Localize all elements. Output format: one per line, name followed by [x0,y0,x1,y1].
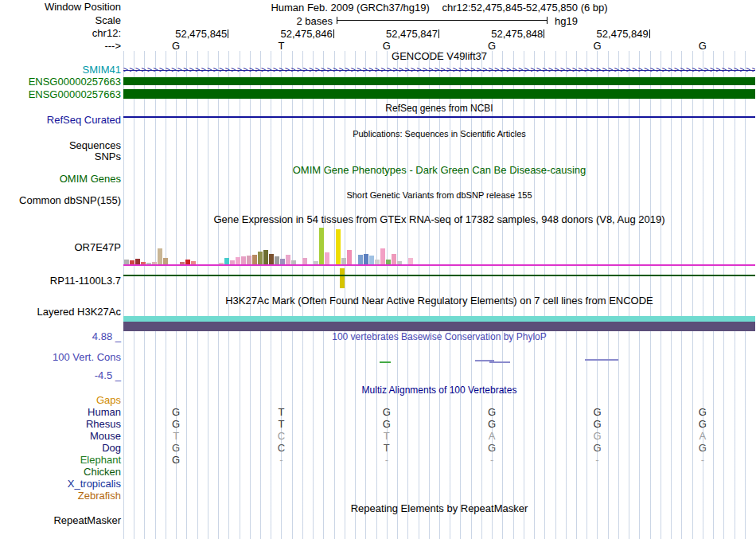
refseq-gene-line[interactable] [123,116,755,118]
gene-label-or7e47p[interactable]: OR7E47P [74,242,121,253]
gtex-expression-bar[interactable] [340,268,345,288]
alignment-base: G [699,407,707,418]
alignment-base: G [383,419,391,430]
gtex-expression-bar[interactable] [135,259,140,264]
phylop-max-value: 4.88 _ [92,331,121,342]
gtex-expression-bar[interactable] [258,252,263,264]
alignment-base: G [172,443,180,454]
alignment-base: T [173,431,179,442]
alignment-base: A [489,431,496,442]
alignment-base: G [593,407,601,418]
species-label-x-tropicalis[interactable]: X_tropicalis [68,478,121,490]
window-position-label: Window Position [45,2,121,13]
gtex-expression-bar[interactable] [241,256,246,264]
gtex-expression-bar[interactable] [336,229,341,264]
species-label-elephant[interactable]: Elephant [80,455,121,466]
species-label-human[interactable]: Human [88,407,121,418]
alignment-base: A [699,431,706,442]
gtex-expression-bar[interactable] [380,248,385,264]
gtex-expression-bar[interactable] [302,258,307,264]
ruler-coordinate: 52,475,848 [491,28,543,40]
refseq-track-title[interactable]: RefSeq genes from NCBI [123,103,755,114]
gtex-expression-bar[interactable] [252,255,257,264]
alignment-base: T [384,431,390,442]
assembly-short-label: hg19 [555,15,578,27]
repeatmasker-track-title[interactable]: Repeating Elements by RepeatMasker [123,503,755,514]
gtex-expression-bar[interactable] [269,254,274,264]
gtex-expression-bar[interactable] [347,250,352,264]
gtex-expression-bar[interactable] [263,250,268,264]
gtex-expression-bar[interactable] [364,254,368,264]
gtex-expression-bar[interactable] [236,257,240,264]
species-label-rhesus[interactable]: Rhesus [86,419,121,430]
gtex-gene-model-line-2[interactable] [123,275,755,276]
phylop-track-title[interactable]: 100 vertebrates Basewise Conservation by… [123,331,755,342]
repeatmasker-label[interactable]: RepeatMasker [53,515,121,526]
species-label-mouse[interactable]: Mouse [90,431,121,442]
gtex-expression-bar[interactable] [286,255,290,264]
gtex-gene-model-line-1[interactable] [123,264,755,266]
genome-browser-image: Human Feb. 2009 (GRCh37/hg19) chr12:52,4… [0,0,756,539]
gene-label-ensg-1[interactable]: ENSG00000257663 [29,76,121,88]
ruler-tick [544,29,544,38]
refseq-curated-label[interactable]: RefSeq Curated [47,115,121,126]
gencode-track-title[interactable]: GENCODE V49lift37 [123,51,755,62]
species-label-zebrafish[interactable]: Zebrafish [78,490,121,502]
omim-genes-label[interactable]: OMIM Genes [60,174,121,185]
vert-cons-label[interactable]: 100 Vert. Cons [53,352,121,363]
gtex-expression-bar[interactable] [392,254,396,264]
dbsnp-track-title[interactable]: Short Genetic Variants from dbSNP releas… [123,189,755,201]
common-dbsnp-label[interactable]: Common dbSNP(155) [19,195,121,206]
publications-sequences-label[interactable]: Sequences [69,140,121,151]
scale-label: Scale [95,15,121,26]
gaps-label[interactable]: Gaps [96,395,121,406]
alignment-base: G [699,419,707,430]
window-title-row: Human Feb. 2009 (GRCh37/hg19) chr12:52,4… [123,2,755,14]
alignment-base: G [593,443,601,454]
gtex-expression-bar[interactable] [319,228,324,264]
gtex-expression-bar[interactable] [408,258,413,264]
omim-track-title[interactable]: OMIM Gene Phenotypes - Dark Green Can Be… [123,165,755,176]
conservation-mark [489,361,510,363]
alignment-base: - [279,455,283,466]
gtex-expression-bar[interactable] [325,252,329,264]
publications-track-title[interactable]: Publications: Sequences in Scientific Ar… [123,128,755,139]
gtex-expression-bar[interactable] [275,256,279,264]
gtex-expression-bar[interactable] [358,255,363,264]
h3k27ac-track-title[interactable]: H3K27Ac Mark (Often Found Near Active Re… [123,295,755,307]
gtex-expression-bar[interactable] [280,259,285,264]
gtex-expression-bar[interactable] [369,256,374,264]
alignment-base: G [383,407,391,418]
gene-label-ensg-2[interactable]: ENSG00000257663 [29,89,121,100]
alignment-base: C [278,443,285,454]
phylop-min-value: -4.5 _ [95,370,121,381]
multiz-track-title[interactable]: Multiz Alignments of 100 Vertebrates [123,385,755,396]
gtex-expression-bar[interactable] [341,258,346,264]
species-label-chicken[interactable]: Chicken [84,467,121,478]
gencode-transcript-line[interactable] [123,70,755,71]
h3k27ac-signal-band-purple[interactable] [123,322,755,331]
gtex-expression-bar[interactable] [163,258,168,264]
gtex-expression-bar[interactable] [224,258,229,264]
assembly-title: Human Feb. 2009 (GRCh37/hg19) [271,2,429,14]
gtex-expression-bar[interactable] [158,248,162,264]
gene-label-rp11-1100l3-7[interactable]: RP11-1100L3.7 [50,275,121,287]
gene-label-smim41[interactable]: SMIM41 [83,64,121,76]
gtex-expression-bar[interactable] [247,256,251,264]
species-label-dog[interactable]: Dog [102,443,121,454]
ruler-tick [438,29,439,38]
position-title: chr12:52,475,845-52,475,850 (6 bp) [442,2,607,14]
ensg-gene-bar-1[interactable] [123,77,755,85]
gtex-track-title[interactable]: Gene Expression in 54 tissues from GTEx … [123,214,755,225]
publications-snps-label[interactable]: SNPs [95,151,121,162]
alignment-base: - [595,455,598,466]
alignment-base: G [593,431,601,442]
alignment-base: G [172,407,180,418]
ruler-base-letter: G [593,40,601,52]
alignment-base: - [701,455,704,466]
layered-h3k27ac-label[interactable]: Layered H3K27Ac [37,307,121,318]
alignment-base: T [279,407,285,418]
alignment-base: C [278,431,285,442]
ruler-base-letter: G [488,40,496,52]
ensg-gene-bar-2[interactable] [123,89,755,99]
